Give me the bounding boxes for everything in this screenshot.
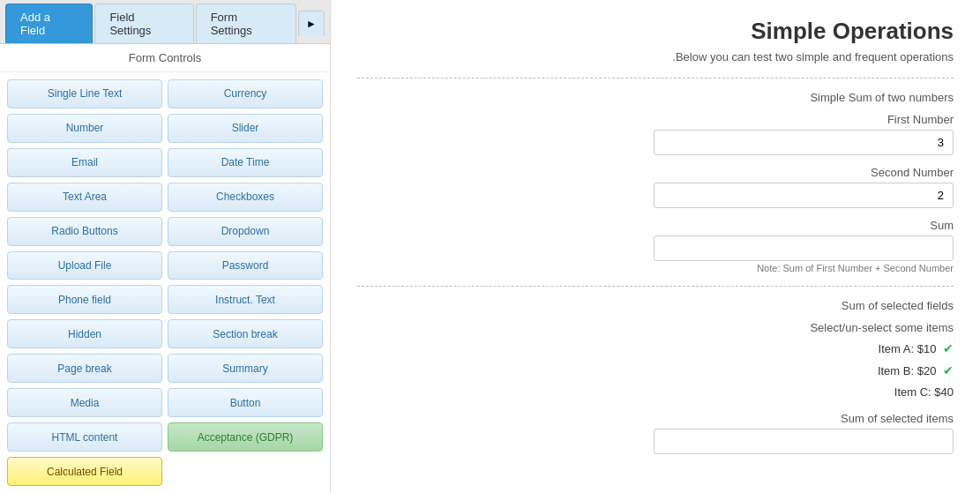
btn-currency[interactable]: Currency [168, 79, 323, 108]
btn-html-content[interactable]: HTML content [7, 422, 162, 452]
btn-phone-field[interactable]: Phone field [7, 285, 162, 314]
second-number-label: Second Number [871, 166, 954, 179]
tab-add-field[interactable]: Add a Field [5, 4, 93, 43]
btn-single-line-text[interactable]: Single Line Text [7, 79, 162, 108]
btn-password[interactable]: Password [168, 251, 323, 280]
sum-selected-label: Sum of selected items [841, 412, 954, 425]
btn-section-break[interactable]: Section break [168, 319, 323, 348]
sum-selected-row: Sum of selected items [357, 412, 954, 454]
page-subtitle: .Below you can test two simple and frequ… [357, 50, 954, 63]
btn-number[interactable]: Number [7, 114, 162, 143]
divider-2 [357, 286, 954, 287]
btn-radio-buttons[interactable]: Radio Buttons [7, 217, 162, 246]
btn-button[interactable]: Button [168, 388, 323, 417]
list-item: Item A: $10 ✔ [357, 338, 954, 360]
tab-bar: Add a Field Field Settings Form Settings… [0, 0, 330, 44]
btn-page-break[interactable]: Page break [7, 354, 162, 383]
sum-row: Sum Note: Sum of First Number + Second N… [357, 219, 954, 273]
item-c-label: Item C: $40 [894, 385, 954, 399]
item-a-check-icon: ✔ [943, 341, 954, 355]
second-number-row: Second Number [357, 166, 954, 208]
tab-more[interactable]: ► [298, 11, 325, 36]
btn-acceptance-gdpr[interactable]: Acceptance (GDPR) [168, 422, 323, 452]
btn-media[interactable]: Media [7, 388, 162, 417]
tab-form-settings[interactable]: Form Settings [196, 4, 296, 43]
section2-title: Sum of selected fields [357, 299, 954, 312]
section1-title: Simple Sum of two numbers [357, 91, 954, 104]
right-panel: Simple Operations .Below you can test tw… [331, 0, 980, 493]
left-panel: Add a Field Field Settings Form Settings… [0, 0, 331, 493]
form-controls-label: Form Controls [0, 44, 330, 72]
btn-text-area[interactable]: Text Area [7, 183, 162, 212]
select-items-section: Select/un-select some items Item A: $10 … [357, 321, 954, 403]
first-number-input[interactable] [654, 130, 954, 155]
first-number-label: First Number [887, 113, 954, 126]
select-items-title: Select/un-select some items [357, 321, 954, 334]
item-a-label: Item A: $10 [879, 342, 937, 355]
first-number-row: First Number [357, 113, 954, 155]
btn-dropdown[interactable]: Dropdown [168, 217, 323, 246]
btn-upload-file[interactable]: Upload File [7, 251, 162, 280]
btn-checkboxes[interactable]: Checkboxes [168, 183, 323, 212]
page-title: Simple Operations [357, 18, 954, 45]
sum-label: Sum [930, 219, 954, 232]
btn-date-time[interactable]: Date Time [168, 148, 323, 177]
btn-slider[interactable]: Slider [168, 114, 323, 143]
btn-hidden[interactable]: Hidden [7, 319, 162, 348]
second-number-input[interactable] [654, 183, 954, 208]
item-b-label: Item B: $20 [878, 364, 936, 377]
btn-calculated-field[interactable]: Calculated Field [7, 457, 162, 486]
list-item: Item C: $40 [357, 382, 954, 402]
fields-grid: Single Line Text Currency Number Slider … [0, 72, 330, 493]
divider-1 [357, 78, 954, 78]
btn-summary[interactable]: Summary [168, 354, 323, 383]
btn-instruct-text[interactable]: Instruct. Text [168, 285, 323, 314]
item-b-check-icon: ✔ [943, 363, 954, 377]
sum-input[interactable] [654, 235, 954, 261]
sum-note: Note: Sum of First Number + Second Numbe… [757, 263, 954, 273]
list-item: Item B: $20 ✔ [357, 360, 954, 382]
items-list: Item A: $10 ✔ Item B: $20 ✔ Item C: $40 [357, 338, 954, 403]
btn-email[interactable]: Email [7, 148, 162, 177]
sum-selected-input[interactable] [654, 429, 954, 454]
tab-field-settings[interactable]: Field Settings [94, 4, 193, 43]
